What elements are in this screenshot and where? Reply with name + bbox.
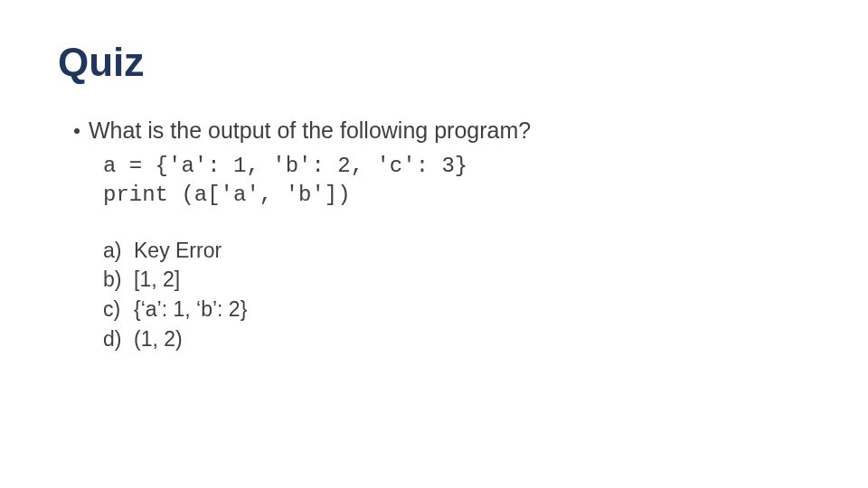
slide-title: Quiz	[58, 40, 810, 85]
code-line: a = {'a': 1, 'b': 2, 'c': 3}	[103, 154, 467, 178]
option-letter: b)	[103, 265, 134, 295]
slide: Quiz What is the output of the following…	[0, 0, 868, 488]
code-line: print (a['a', 'b'])	[103, 183, 351, 207]
question-text: What is the output of the following prog…	[89, 116, 810, 146]
code-block: a = {'a': 1, 'b': 2, 'c': 3} print (a['a…	[103, 152, 810, 211]
option-text: Key Error	[134, 236, 810, 266]
option-letter: c)	[103, 295, 134, 324]
option-b: b) [1, 2]	[103, 265, 810, 295]
option-text: (1, 2)	[134, 324, 810, 354]
option-text: [1, 2]	[134, 265, 810, 295]
option-letter: d)	[103, 324, 134, 354]
option-letter: a)	[103, 236, 134, 266]
option-text: {‘a’: 1, ‘b’: 2}	[134, 295, 810, 324]
option-c: c) {‘a’: 1, ‘b’: 2}	[103, 295, 810, 324]
bullet-dot-icon	[74, 128, 80, 134]
option-d: d) (1, 2)	[103, 324, 810, 354]
option-a: a) Key Error	[103, 236, 810, 266]
question-bullet: What is the output of the following prog…	[58, 116, 810, 146]
answer-options: a) Key Error b) [1, 2] c) {‘a’: 1, ‘b’: …	[103, 236, 810, 354]
slide-body: What is the output of the following prog…	[58, 116, 810, 353]
